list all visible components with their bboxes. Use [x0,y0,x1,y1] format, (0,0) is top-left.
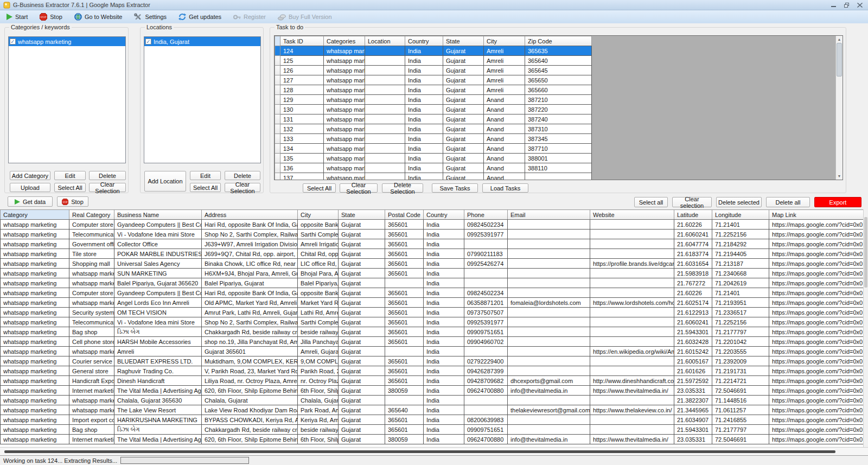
table-row[interactable]: 127whatsapp marketi...IndiaGujaratAmreli… [275,75,592,85]
table-row[interactable]: whatsapp marketingwhatsapp marketi...The… [1,405,864,415]
delete-location-button[interactable]: Delete [225,171,260,180]
get-data-button[interactable]: Get data [8,196,53,207]
table-row[interactable]: whatsapp marketingCell phone storeHARSH … [1,337,864,347]
column-header[interactable]: Latitude [674,210,712,220]
categories-list[interactable]: whatsapp marketing [8,36,126,163]
scroll-up-icon[interactable]: ▲ [836,36,843,43]
minimize-button[interactable] [831,3,837,8]
task-clear-selection-button[interactable]: Clear Selection [340,183,378,193]
settings-button[interactable]: Settings [134,13,167,21]
scrollbar-thumb[interactable] [837,43,842,77]
table-row[interactable]: 132whatsapp marketi...IndiaGujaratAnand3… [275,124,592,134]
table-row[interactable]: whatsapp marketingwhatsapp marketi...SUN… [1,269,864,278]
column-header[interactable]: Category [1,210,69,220]
column-header[interactable]: Postal Code [385,210,424,220]
table-row[interactable]: 129whatsapp marketi...IndiaGujaratAnand3… [275,95,592,105]
table-row[interactable]: 131whatsapp marketi...IndiaGujaratAnand3… [275,114,592,124]
task-select-all-button[interactable]: Select All [303,183,336,193]
register-button[interactable]: Register [233,14,266,21]
results-scrollbar[interactable] [863,209,868,447]
locations-list[interactable]: India, Gujarat [144,36,261,163]
horizontal-scrollbar[interactable] [0,447,868,455]
start-button[interactable]: Start [7,14,28,20]
table-row[interactable]: whatsapp marketingwhatsapp marketi...Cha… [1,396,864,405]
select-all-locations-button[interactable]: Select All [190,183,221,192]
column-header[interactable]: Longitude [712,210,769,220]
table-row[interactable]: whatsapp marketingwhatsapp marketi...Ang… [1,298,864,308]
table-row[interactable]: 124whatsapp marketi...IndiaGujaratAmreli… [275,46,592,56]
column-header[interactable]: Business Name [114,210,202,220]
results-delete-selected-button[interactable]: Delete selected [716,197,762,207]
table-row[interactable]: 137whatsapp marketi...IndiaGujaratAnand [275,173,592,181]
table-row[interactable]: whatsapp marketingComputer storeGyandeep… [1,220,864,230]
delete-category-button[interactable]: Delete [89,171,126,180]
table-row[interactable]: 136whatsapp marketi...IndiaGujaratAnand3… [275,163,592,173]
results-clear-selection-button[interactable]: Clear selection [672,197,712,207]
column-header[interactable]: Map Link [769,210,864,220]
table-row[interactable]: 130whatsapp marketi...IndiaGujaratAnand3… [275,105,592,114]
results-select-all-button[interactable]: Select all [634,197,668,207]
table-row[interactable]: whatsapp marketingComputer storeGyandeep… [1,288,864,298]
column-header[interactable]: Real Category [69,210,114,220]
column-header[interactable]: Email [508,210,590,220]
table-row[interactable]: 126whatsapp marketi...IndiaGujaratAmreli… [275,66,592,75]
scrollbar-thumb[interactable] [864,217,867,288]
column-header[interactable]: Task ID [280,36,324,46]
column-header[interactable]: City [484,36,525,46]
stop-button[interactable]: STOP Stop [40,13,62,21]
select-all-categories-button[interactable]: Select All [54,183,86,192]
clear-categories-button[interactable]: Clear Selection [89,183,126,192]
column-header[interactable]: Website [590,210,674,220]
table-row[interactable]: whatsapp marketingwhatsapp marketi...Amr… [1,347,864,356]
column-header[interactable]: City [298,210,339,220]
checkbox[interactable] [10,39,16,44]
stop-extraction-button[interactable]: STOP Stop [57,196,88,207]
checkbox[interactable] [145,39,151,44]
table-row[interactable]: 133whatsapp marketi...IndiaGujaratAnand3… [275,134,592,144]
clear-locations-button[interactable]: Clear Selection [225,183,260,192]
scrollbar-thumb[interactable] [4,450,835,453]
save-tasks-button[interactable]: Save Tasks [432,183,478,193]
load-tasks-button[interactable]: Load Tasks [482,183,528,193]
task-scrollbar[interactable]: ▲ ▼ [835,36,843,180]
task-delete-selection-button[interactable]: Delete Selection [382,183,423,193]
table-row[interactable]: whatsapp marketingCourier serviceBLUEDAR… [1,356,864,366]
table-row[interactable]: whatsapp marketingwhatsapp marketi...Bal… [1,278,864,288]
table-row[interactable]: whatsapp marketingImport export co...HAR… [1,415,864,425]
table-row[interactable]: whatsapp marketingBag shopડિઝા બેગChakka… [1,425,864,435]
table-row[interactable]: 125whatsapp marketi...IndiaGujaratAmreli… [275,56,592,66]
column-header[interactable]: Zip Code [525,36,592,46]
scroll-down-icon[interactable]: ▼ [836,173,843,180]
column-header[interactable]: Address [202,210,298,220]
list-item[interactable]: India, Gujarat [144,37,260,46]
table-row[interactable]: 134whatsapp marketi...IndiaGujaratAnand3… [275,144,592,154]
table-row[interactable]: whatsapp marketingSecurity system i...OM… [1,308,864,317]
add-category-button[interactable]: Add Category [10,171,50,180]
list-item[interactable]: whatsapp marketing [9,37,125,46]
get-updates-button[interactable]: Get updates [178,13,221,21]
table-row[interactable]: whatsapp marketingInternet marketin...Th… [1,435,864,444]
table-row[interactable]: 135whatsapp marketi...IndiaGujaratAnand3… [275,154,592,163]
close-button[interactable] [857,3,863,8]
column-header[interactable]: Country [405,36,443,46]
go-to-website-button[interactable]: Go to Website [74,13,123,21]
column-header[interactable]: Country [424,210,464,220]
column-header[interactable]: State [443,36,484,46]
restore-button[interactable] [844,3,850,8]
table-row[interactable]: 128whatsapp marketi...IndiaGujaratAmreli… [275,85,592,95]
upload-button[interactable]: Upload [10,183,50,192]
table-row[interactable]: whatsapp marketingInternet marketin...Th… [1,386,864,396]
results-delete-all-button[interactable]: Delete all [766,197,810,207]
table-row[interactable]: whatsapp marketingGovernment officeColle… [1,239,864,249]
column-header[interactable]: Phone [464,210,508,220]
column-header[interactable]: State [339,210,385,220]
buy-full-version-button[interactable]: Buy Full Version [278,14,331,21]
export-button[interactable]: Export [814,197,861,207]
edit-category-button[interactable]: Edit [54,171,86,180]
table-row[interactable]: whatsapp marketingTelecommunicati...Vi -… [1,230,864,239]
table-row[interactable]: whatsapp marketingHandicraft ExporterDin… [1,376,864,386]
add-location-button[interactable]: Add Location [144,171,186,192]
column-header[interactable]: Categories [324,36,365,46]
table-row[interactable]: whatsapp marketingShopping mallUniversal… [1,259,864,269]
table-row[interactable]: whatsapp marketingTelecommunicati...Vi -… [1,317,864,327]
